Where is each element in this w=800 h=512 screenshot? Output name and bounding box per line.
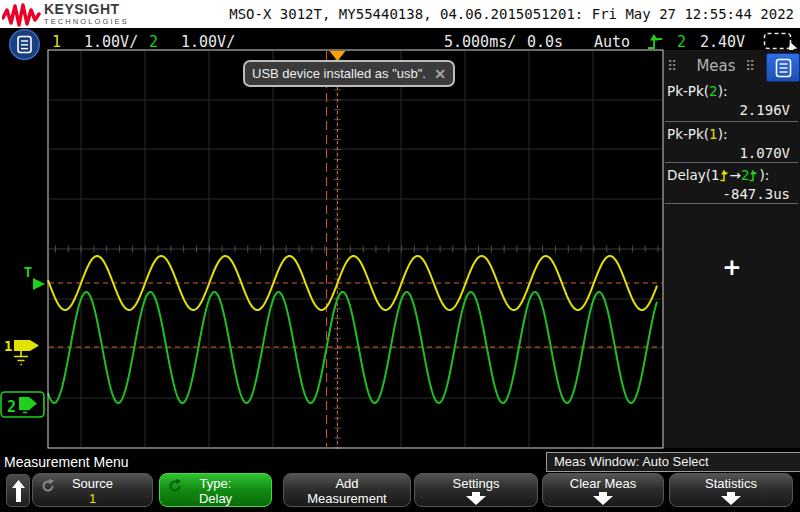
menu-title: Measurement Menu [4, 454, 129, 470]
brand-block: KEYSIGHT TECHNOLOGIES [44, 2, 129, 26]
ch2-ground-marker-label: 2 [7, 398, 16, 416]
softkey-label: Settings [415, 476, 537, 491]
oscilloscope-screen: KEYSIGHT TECHNOLOGIES MSO-X 3012T, MY554… [0, 0, 800, 512]
meas-label: Pk-Pk(1): [665, 126, 799, 142]
meas-label-text: Delay( [667, 167, 711, 183]
ch1-ground-marker-arrow[interactable] [14, 340, 39, 351]
softkey-add-measurement[interactable]: Add Measurement [283, 473, 411, 507]
up-arrow-icon [12, 480, 25, 502]
softkey-source[interactable]: Source 1 [32, 473, 153, 507]
meas-label-text: Pk-Pk( [667, 83, 709, 99]
ch1-ground-symbol-icon [14, 351, 28, 365]
back-button[interactable] [6, 474, 30, 507]
down-arrow-icon [591, 492, 615, 505]
softkey-label: Source [33, 476, 152, 491]
ch2-ground-marker[interactable]: 2 [1, 392, 44, 417]
brand-name: KEYSIGHT [44, 2, 129, 16]
softkey-statistics[interactable]: Statistics [669, 473, 793, 507]
delay-dest-channel: 2 [741, 167, 750, 183]
add-measurement-plus-button[interactable]: + [664, 254, 800, 280]
usb-toast-message: USB device installed as "usb". [252, 66, 430, 81]
meas-label-text: ): [759, 167, 769, 183]
softkey-label: Type: [160, 476, 271, 491]
softkey-label: Measurement [284, 491, 410, 506]
softkey-clear-meas[interactable]: Clear Meas [542, 473, 664, 507]
meas-value: 2.196V [665, 102, 799, 118]
instrument-title: MSO-X 3012T, MY55440138, 04.06.201505120… [229, 6, 794, 22]
divider [665, 121, 798, 122]
meas-item-delay[interactable]: Delay(1→2): -847.3us [665, 167, 799, 202]
meas-label-text: Pk-Pk( [667, 126, 709, 142]
ch1-ground-marker-label[interactable]: 1 [4, 338, 12, 354]
softkey-label: Add [284, 476, 410, 491]
panel-grip-right-icon[interactable]: ⠿ [745, 59, 755, 73]
down-arrow-icon [719, 492, 743, 505]
panel-menu-icon [775, 58, 792, 78]
softkey-label: Clear Meas [543, 476, 663, 491]
keysight-logo-icon [2, 2, 42, 27]
divider [665, 162, 798, 163]
brand-sub: TECHNOLOGIES [44, 18, 129, 26]
softkey-settings[interactable]: Settings [414, 473, 538, 507]
softkey-type[interactable]: Type: Delay [159, 473, 272, 507]
meas-value: -847.3us [665, 186, 799, 202]
meas-value: 1.070V [665, 145, 799, 161]
meas-panel: ⠿ Meas ⠿ Pk-Pk(2): 2.196V Pk-Pk(1): 1.07… [664, 50, 800, 448]
meas-label: Pk-Pk(2): [665, 83, 799, 99]
side-menu-icon[interactable] [8, 29, 42, 61]
divider [665, 203, 798, 204]
meas-label-text: ): [718, 126, 728, 142]
meas-label-channel: 2 [709, 83, 718, 99]
trigger-level-marker-arrow[interactable] [33, 278, 45, 290]
rising-edge-ch1-icon [720, 169, 730, 182]
delay-source-channel: 1 [711, 167, 720, 183]
down-arrow-icon [464, 492, 488, 505]
meas-item-pkpk-ch2[interactable]: Pk-Pk(2): 2.196V [665, 83, 799, 118]
usb-toast: USB device installed as "usb". ✕ [243, 60, 455, 87]
meas-window-selector[interactable]: Meas Window: Auto Select [546, 452, 800, 472]
title-bar: KEYSIGHT TECHNOLOGIES MSO-X 3012T, MY554… [0, 0, 800, 28]
softkey-value: Delay [160, 491, 271, 506]
softkey-label: Statistics [670, 476, 792, 491]
meas-label: Delay(1→2): [665, 167, 799, 183]
left-marker-column: T 1 2 [1, 264, 45, 417]
meas-label-text: ): [718, 83, 728, 99]
meas-item-pkpk-ch1[interactable]: Pk-Pk(1): 1.070V [665, 126, 799, 161]
softkey-value: 1 [33, 491, 152, 506]
trigger-level-marker-label[interactable]: T [24, 264, 32, 280]
rising-edge-ch2-icon [749, 169, 759, 182]
meas-label-channel: 1 [709, 126, 718, 142]
meas-panel-menu-button[interactable] [766, 53, 800, 82]
arrow-glyph: → [730, 167, 741, 183]
toast-close-icon[interactable]: ✕ [434, 66, 446, 82]
